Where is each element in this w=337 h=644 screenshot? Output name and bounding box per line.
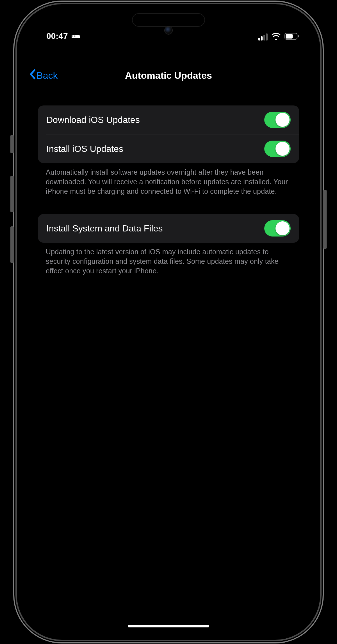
home-indicator[interactable] xyxy=(128,625,209,627)
cellular-icon xyxy=(258,33,268,40)
power-button[interactable] xyxy=(323,190,327,249)
front-camera xyxy=(164,26,173,35)
row-install-ios-updates[interactable]: Install iOS Updates xyxy=(38,134,299,163)
status-right xyxy=(258,33,299,41)
svg-rect-2 xyxy=(79,35,80,38)
toggle-install-ios-updates[interactable] xyxy=(264,141,291,157)
chevron-left-icon xyxy=(29,69,36,82)
status-left: 00:47 xyxy=(46,31,80,41)
battery-icon xyxy=(284,33,299,41)
toggle-install-system-data-files[interactable] xyxy=(264,220,291,237)
toggle-download-ios-updates[interactable] xyxy=(264,112,291,128)
settings-group-ios-updates: Download iOS Updates Install iOS Updates xyxy=(38,105,299,163)
back-button[interactable]: Back xyxy=(29,69,58,82)
volume-down-button[interactable] xyxy=(10,226,14,263)
row-label: Download iOS Updates xyxy=(46,115,140,125)
content: Download iOS Updates Install iOS Updates… xyxy=(38,105,299,276)
row-install-system-data-files[interactable]: Install System and Data Files xyxy=(38,214,299,243)
row-label: Install System and Data Files xyxy=(46,223,163,234)
svg-rect-1 xyxy=(72,37,80,38)
svg-rect-3 xyxy=(72,35,75,37)
page-title: Automatic Updates xyxy=(28,70,309,81)
dynamic-island xyxy=(132,13,205,27)
svg-rect-4 xyxy=(75,35,79,37)
silence-switch[interactable] xyxy=(10,135,14,153)
volume-up-button[interactable] xyxy=(10,176,14,212)
svg-rect-6 xyxy=(286,34,293,39)
status-time: 00:47 xyxy=(46,31,68,41)
svg-rect-7 xyxy=(298,35,299,37)
wifi-icon xyxy=(272,33,281,41)
nav-bar: Back Automatic Updates xyxy=(22,63,315,88)
back-label: Back xyxy=(37,70,58,81)
bed-icon xyxy=(71,31,80,41)
phone-frame: 00:47 xyxy=(17,4,320,640)
group-footer: Automatically install software updates o… xyxy=(38,163,299,196)
row-download-ios-updates[interactable]: Download iOS Updates xyxy=(38,105,299,134)
screen: 00:47 xyxy=(22,10,315,634)
group-footer: Updating to the latest version of iOS ma… xyxy=(38,243,299,276)
row-label: Install iOS Updates xyxy=(46,144,123,154)
settings-group-system-data: Install System and Data Files xyxy=(38,214,299,243)
